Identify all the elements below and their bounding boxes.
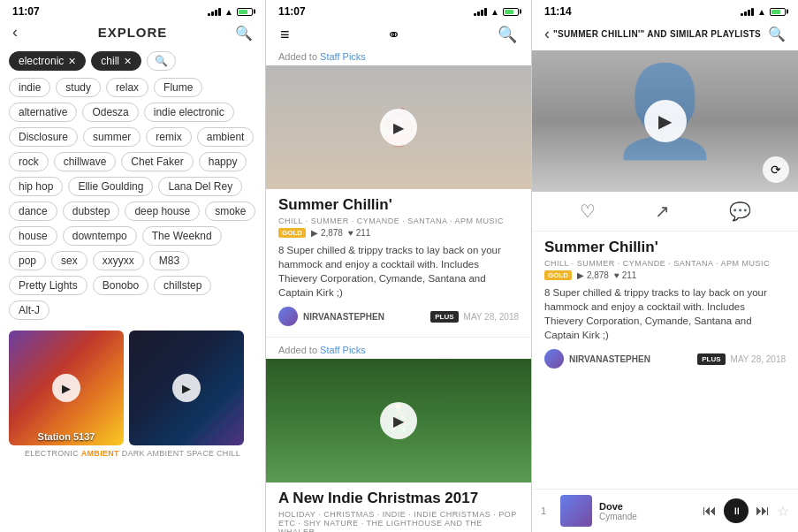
time-1: 11:07: [12, 5, 40, 18]
playlist-image-2: 🎄 ▶: [266, 359, 531, 483]
tag-flume[interactable]: Flume: [154, 78, 202, 97]
detail-username: NIRVANASTEPHEN: [569, 354, 650, 364]
gold-badge-1: GOLD: [278, 228, 306, 238]
active-tag-chill[interactable]: chill ✕: [91, 51, 141, 71]
tag-summer[interactable]: summer: [83, 127, 141, 147]
play-pause-button[interactable]: ⏸: [724, 498, 749, 523]
plus-badge-1: PLUS: [430, 311, 458, 323]
staff-picks-label-2: Added to Staff Picks: [266, 338, 531, 359]
tag-indie-electronic[interactable]: indie electronic: [144, 103, 234, 122]
tag-odesza[interactable]: Odesza: [82, 103, 138, 122]
tag-ambient[interactable]: ambient: [197, 127, 255, 147]
playlist-card-1[interactable]: 👙 ▶ Summer Chillin' CHILL · SUMMER · CYM…: [266, 65, 531, 338]
tag-chillwave[interactable]: chillwave: [54, 152, 117, 171]
search-button[interactable]: 🔍: [498, 25, 517, 44]
track-title: Dove: [599, 501, 695, 512]
featured-item-1[interactable]: ▶ Station 5137: [9, 331, 124, 445]
tag-indie[interactable]: indie: [9, 78, 50, 97]
back-button[interactable]: ‹: [12, 23, 18, 42]
export-button[interactable]: ↗: [655, 201, 670, 222]
username-1: NIRVANASTEPHEN: [303, 312, 384, 322]
battery-icon-2: [503, 8, 519, 16]
tag-the-weeknd[interactable]: The Weeknd: [142, 226, 222, 246]
tag-downtempo[interactable]: downtempo: [63, 226, 137, 246]
back-arrow-icon[interactable]: ‹: [544, 25, 550, 43]
comment-button[interactable]: 💬: [729, 201, 751, 222]
tags-list: indie study relax Flume alternative Odes…: [0, 74, 265, 323]
tag-bonobo[interactable]: Bonobo: [93, 276, 148, 295]
avatar-1: [278, 307, 298, 326]
tag-chet-faker[interactable]: Chet Faker: [121, 152, 193, 171]
tag-lana-del-rey[interactable]: Lana Del Rey: [158, 177, 242, 196]
heart-button[interactable]: ♡: [580, 201, 596, 222]
screens-container: 11:07 ▲ ‹ EXPLORE 🔍 electronic: [0, 0, 798, 532]
active-tag-electronic-label: electronic: [19, 55, 64, 67]
staff-picks-link-1[interactable]: Staff Picks: [320, 51, 366, 62]
previous-button[interactable]: ⏮: [703, 503, 717, 519]
tag-disclosure[interactable]: Disclosure: [9, 127, 78, 147]
hamburger-menu-icon[interactable]: ≡: [280, 26, 290, 44]
tag-rock[interactable]: rock: [9, 152, 49, 171]
tag-xxyyxx[interactable]: xxyyxx: [93, 251, 144, 270]
playlist-card-2[interactable]: 🎄 ▶ A New Indie Christmas 2017 HOLIDAY ·…: [266, 359, 531, 532]
playlist-play-button-2[interactable]: ▶: [380, 402, 417, 439]
tag-deep-house[interactable]: deep house: [125, 201, 200, 221]
tag-hip-hop[interactable]: hip hop: [9, 177, 63, 196]
wifi-icon-3: ▲: [757, 7, 766, 17]
status-icons-2: ▲: [474, 7, 519, 17]
tag-dance[interactable]: dance: [9, 201, 57, 221]
tag-alt-j[interactable]: Alt-J: [9, 300, 49, 320]
featured-item-2[interactable]: ▶: [129, 331, 244, 445]
play-button-2[interactable]: ▶: [172, 374, 201, 402]
player-controls: ⏮ ⏸ ⏭ ☆: [703, 498, 789, 523]
link-icon[interactable]: ⚭: [387, 25, 400, 44]
back-with-title: ‹ "SUMMER CHILLIN'" AND SIMILAR PLAYLIST…: [544, 25, 761, 43]
active-tag-electronic[interactable]: electronic ✕: [9, 51, 86, 71]
search-icon[interactable]: 🔍: [235, 25, 253, 42]
detail-play-button[interactable]: ▶: [644, 100, 687, 142]
playlist-meta-1: NIRVANASTEPHEN PLUS MAY 28, 2018: [266, 300, 531, 326]
tag-study[interactable]: study: [56, 78, 101, 97]
staff-picks-link-2[interactable]: Staff Picks: [320, 345, 366, 355]
station-name-1: Station 5137: [9, 431, 124, 442]
featured-tags: ELECTRONIC AMBIENT DARK AMBIENT SPACE CH…: [0, 445, 265, 458]
tag-pretty-lights[interactable]: Pretty Lights: [9, 276, 87, 295]
signal-icon-3: [741, 8, 754, 16]
playlist-title-2: A New Indie Christmas 2017: [278, 490, 519, 507]
tag-happy[interactable]: happy: [199, 152, 247, 171]
staff-picks-label-1: Added to Staff Picks: [266, 51, 531, 65]
user-info-1: NIRVANASTEPHEN: [278, 307, 384, 326]
detail-user-info: NIRVANASTEPHEN: [544, 349, 650, 369]
playlist-desc-1: 8 Super chilled & trippy tracks to lay b…: [278, 243, 519, 300]
favorite-button[interactable]: ☆: [777, 503, 789, 520]
remove-chill-icon[interactable]: ✕: [124, 56, 132, 67]
detail-date: MAY 28, 2018: [731, 354, 786, 364]
detail-avatar: [544, 349, 564, 369]
tag-remix[interactable]: remix: [146, 127, 191, 147]
track-thumbnail: [560, 495, 592, 527]
tag-m83[interactable]: M83: [149, 251, 189, 270]
tag-house[interactable]: house: [9, 226, 57, 246]
tag-dubstep[interactable]: dubstep: [63, 201, 120, 221]
playlist-image-1: 👙 ▶: [266, 65, 531, 189]
track-info: Dove Cymande: [599, 501, 695, 521]
share-icon[interactable]: ⟳: [763, 156, 789, 183]
tag-relax[interactable]: relax: [106, 78, 148, 97]
playlist-play-button-1[interactable]: ▶: [380, 109, 417, 146]
detail-title: Summer Chillin': [544, 239, 786, 256]
tag-smoke[interactable]: smoke: [205, 201, 255, 221]
playlist-info-1: Summer Chillin' CHILL · SUMMER · CYMANDE…: [266, 189, 531, 300]
tag-chillstep[interactable]: chillstep: [154, 276, 211, 295]
play-button-1[interactable]: ▶: [52, 374, 80, 402]
tag-alternative[interactable]: alternative: [9, 103, 77, 122]
status-icons-1: ▲: [208, 7, 253, 17]
tag-ellie-goulding[interactable]: Ellie Goulding: [68, 177, 153, 196]
tag-sex[interactable]: sex: [51, 251, 87, 270]
detail-search-icon[interactable]: 🔍: [768, 26, 786, 42]
next-button[interactable]: ⏭: [756, 503, 770, 519]
search-tag-button[interactable]: 🔍: [147, 51, 176, 71]
tag-pop[interactable]: pop: [9, 251, 46, 270]
playlist-stats-1: GOLD ▶ 2,878 ♥ 211: [278, 228, 519, 238]
signal-icon-1: [208, 8, 221, 16]
remove-electronic-icon[interactable]: ✕: [68, 56, 76, 67]
